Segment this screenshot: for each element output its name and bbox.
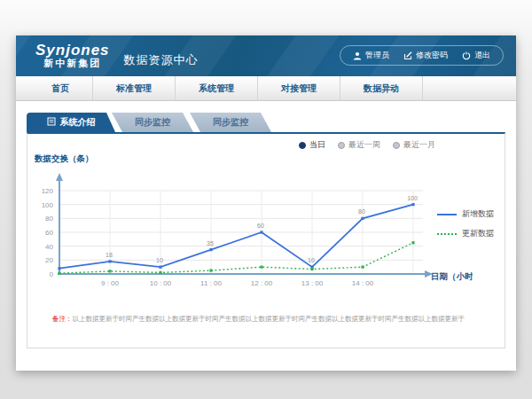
legend-line-solid-icon <box>437 214 457 215</box>
nav-item-standard-mgmt[interactable]: 标准管理 <box>93 76 176 100</box>
svg-text:10 : 00: 10 : 00 <box>150 279 172 287</box>
nav-item-home[interactable]: 首页 <box>28 76 93 100</box>
tab-system-intro[interactable]: 系统介绍 <box>27 113 115 132</box>
radio-selected-icon <box>299 142 306 149</box>
svg-text:0: 0 <box>50 270 54 278</box>
svg-text:14 : 00: 14 : 00 <box>352 279 374 287</box>
svg-text:80: 80 <box>358 208 365 215</box>
svg-text:100: 100 <box>407 195 418 201</box>
filter-label: 当日 <box>309 139 325 151</box>
header: Synjones 新中新集团 数据资源中心 管理员 修改密码 退出 <box>16 35 516 76</box>
legend-item-update-data: 更新数据 <box>437 228 494 239</box>
radio-unselected-icon <box>338 142 345 149</box>
chart-area: 0204060801001209 : 0010 : 0011 : 0012 : … <box>29 168 473 304</box>
screen: { "header": { "logo_line1": "Synjones", … <box>0 0 532 399</box>
nav-item-data-change[interactable]: 数据异动 <box>340 76 423 100</box>
legend-label: 新增数据 <box>462 208 494 220</box>
edit-icon <box>403 51 412 60</box>
legend-item-new-data: 新增数据 <box>437 208 494 220</box>
main-nav: 首页 标准管理 系统管理 对接管理 数据异动 <box>16 76 516 101</box>
user-icon <box>353 51 362 60</box>
svg-text:35: 35 <box>207 240 214 246</box>
footer-note: 备注：以上数据更新于时间产生数据以上数据更新于时间产生数据以上数据更新于时间产生… <box>52 315 497 324</box>
svg-text:60: 60 <box>45 229 53 237</box>
logout-label: 退出 <box>474 50 490 61</box>
logo-latin: Synjones <box>35 43 110 59</box>
company-logo: Synjones 新中新集团 <box>35 43 110 68</box>
svg-text:13 : 00: 13 : 00 <box>301 279 324 287</box>
tab-label: 系统介绍 <box>60 116 96 129</box>
tab-label: 同步监控 <box>135 116 170 129</box>
time-range-filters: 当日 最近一周 最近一月 <box>299 139 435 151</box>
filter-last-month[interactable]: 最近一月 <box>393 139 435 151</box>
y-axis-title: 数据交换（条） <box>35 153 94 165</box>
x-axis-ticks: 9 : 0010 : 0011 : 0012 : 0013 : 0014 : 0… <box>101 279 374 287</box>
svg-text:100: 100 <box>42 201 54 209</box>
svg-text:40: 40 <box>45 243 53 251</box>
power-icon <box>462 51 471 60</box>
chart-legend: 新增数据 更新数据 <box>437 208 494 247</box>
svg-text:18: 18 <box>106 252 113 258</box>
radio-unselected-icon <box>393 142 400 149</box>
app-title: 数据资源中心 <box>124 52 199 68</box>
filter-today[interactable]: 当日 <box>299 139 325 151</box>
tab-sync-monitor-2[interactable]: 同步监控 <box>190 113 271 132</box>
nav-item-connect-mgmt[interactable]: 对接管理 <box>258 76 340 100</box>
legend-label: 更新数据 <box>462 228 494 239</box>
filter-label: 最近一月 <box>403 139 435 151</box>
change-password-label: 修改密码 <box>416 50 448 61</box>
note-text: 以上数据更新于时间产生数据以上数据更新于时间产生数据以上数据更新于时间产生数据以… <box>73 315 466 323</box>
svg-text:120: 120 <box>42 187 54 195</box>
tab-bar: 系统介绍 同步监控 同步监控 <box>27 113 505 132</box>
change-password-button[interactable]: 修改密码 <box>403 50 448 61</box>
user-label: 管理员 <box>365 50 389 61</box>
svg-text:20: 20 <box>45 256 53 264</box>
nav-item-system-mgmt[interactable]: 系统管理 <box>176 76 258 100</box>
app-window: Synjones 新中新集团 数据资源中心 管理员 修改密码 退出 首页 标准管… <box>16 35 516 371</box>
user-account-button[interactable]: 管理员 <box>353 50 389 61</box>
svg-text:10: 10 <box>156 257 163 263</box>
x-axis-title: 日期（小时） <box>431 271 473 282</box>
svg-text:80: 80 <box>45 215 53 223</box>
tab-label: 同步监控 <box>213 116 248 129</box>
y-axis-ticks: 020406080100120 <box>42 187 54 278</box>
svg-text:60: 60 <box>257 223 264 229</box>
legend-line-dotted-icon <box>437 233 457 235</box>
chart-panel: 当日 最近一周 最近一月 数据交换（条） 0204060801001209 : … <box>27 132 505 348</box>
svg-text:11 : 00: 11 : 00 <box>200 279 222 287</box>
logo-chinese: 新中新集团 <box>35 59 110 69</box>
svg-text:12 : 00: 12 : 00 <box>251 279 273 287</box>
document-icon <box>47 117 56 128</box>
filter-last-week[interactable]: 最近一周 <box>338 139 380 151</box>
user-menu: 管理员 修改密码 退出 <box>340 45 504 66</box>
logout-button[interactable]: 退出 <box>462 50 490 61</box>
filter-label: 最近一周 <box>348 139 380 151</box>
svg-text:10: 10 <box>308 257 315 263</box>
note-label: 备注： <box>52 315 73 323</box>
chart-svg: 0204060801001209 : 0010 : 0011 : 0012 : … <box>29 168 473 301</box>
svg-text:9 : 00: 9 : 00 <box>101 279 120 287</box>
tab-sync-monitor-1[interactable]: 同步监控 <box>112 113 193 132</box>
